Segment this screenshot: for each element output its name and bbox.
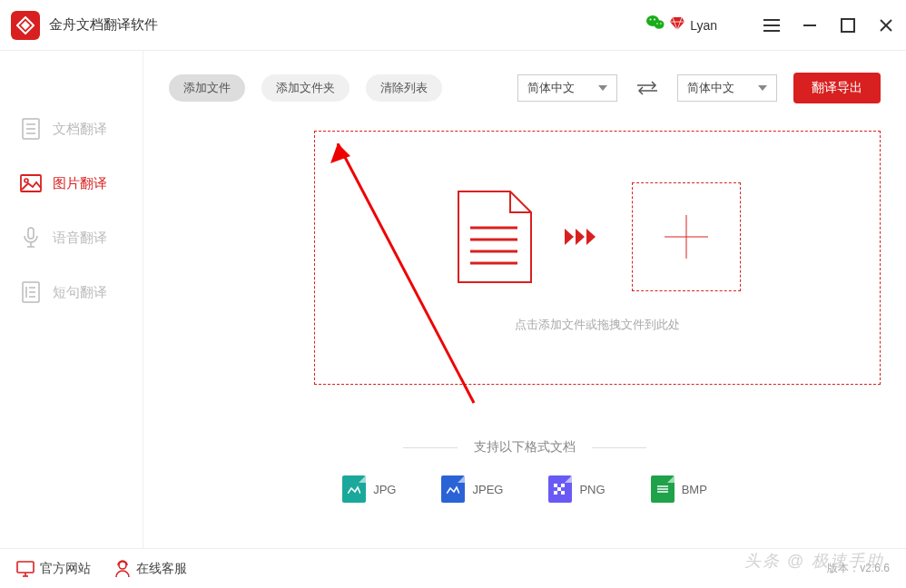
svg-point-5 xyxy=(654,19,655,21)
sidebar-item-label: 短句翻译 xyxy=(53,284,107,301)
document-outline-icon xyxy=(454,187,536,287)
format-item-png: PNG xyxy=(548,475,605,503)
svg-point-55 xyxy=(119,562,126,569)
svg-point-4 xyxy=(650,19,652,21)
file-dropzone[interactable]: 点击添加文件或拖拽文件到此处 xyxy=(314,131,881,385)
online-support-label: 在线客服 xyxy=(136,561,187,577)
svg-point-21 xyxy=(25,179,28,182)
svg-marker-40 xyxy=(576,229,585,245)
wechat-icon xyxy=(646,15,665,35)
chevron-down-icon xyxy=(598,85,607,91)
monitor-icon xyxy=(16,561,34,577)
dropzone-graphics xyxy=(454,182,741,291)
format-item-jpg: JPG xyxy=(342,475,396,503)
svg-point-3 xyxy=(655,20,665,29)
format-label: JPG xyxy=(373,483,396,496)
svg-marker-1 xyxy=(21,21,30,30)
app-title: 金舟文档翻译软件 xyxy=(49,16,158,34)
png-file-icon xyxy=(548,475,572,503)
add-folder-button[interactable]: 添加文件夹 xyxy=(261,74,350,102)
svg-rect-52 xyxy=(17,562,34,573)
close-button[interactable] xyxy=(877,16,895,34)
sidebar: 文档翻译 图片翻译 语音翻译 短句翻译 xyxy=(0,51,143,548)
add-file-button[interactable]: 添加文件 xyxy=(169,74,245,102)
translate-export-button[interactable]: 翻译导出 xyxy=(793,73,881,103)
svg-marker-8 xyxy=(670,17,684,30)
image-icon xyxy=(20,172,42,194)
menu-button[interactable] xyxy=(763,16,781,34)
maximize-button[interactable] xyxy=(839,16,857,34)
svg-point-6 xyxy=(656,23,658,24)
svg-point-7 xyxy=(660,23,662,24)
formats-title: 支持以下格式文档 xyxy=(169,439,881,456)
official-site-link[interactable]: 官方网站 xyxy=(16,561,91,577)
svg-rect-48 xyxy=(561,491,565,495)
source-language-value: 简体中文 xyxy=(527,80,575,96)
app-logo xyxy=(11,11,40,40)
minimize-button[interactable] xyxy=(801,16,819,34)
dropzone-hint: 点击添加文件或拖拽文件到此处 xyxy=(515,317,680,333)
official-site-label: 官方网站 xyxy=(40,561,91,577)
main-content: 添加文件 添加文件夹 清除列表 简体中文 简体中文 翻译导出 xyxy=(143,51,906,548)
source-language-select[interactable]: 简体中文 xyxy=(517,74,617,102)
sidebar-item-label: 文档翻译 xyxy=(53,121,107,138)
jpg-file-icon xyxy=(342,475,366,503)
svg-rect-22 xyxy=(28,228,34,239)
supported-formats: 支持以下格式文档 JPG JPEG PNG BMP xyxy=(169,439,881,503)
format-label: BMP xyxy=(682,483,707,496)
add-file-placeholder[interactable] xyxy=(632,182,741,291)
svg-rect-47 xyxy=(554,491,557,495)
arrows-icon xyxy=(565,225,603,249)
svg-marker-39 xyxy=(565,229,574,245)
plus-icon xyxy=(659,210,714,264)
support-icon xyxy=(114,560,131,578)
footer: 官方网站 在线客服 版本：v2.6.6 xyxy=(0,548,906,588)
svg-rect-13 xyxy=(842,19,854,32)
bmp-file-icon xyxy=(651,475,675,503)
version-label: 版本：v2.6.6 xyxy=(827,561,890,576)
online-support-link[interactable]: 在线客服 xyxy=(114,560,187,578)
sidebar-item-audio[interactable]: 语音翻译 xyxy=(0,211,143,265)
swap-languages-button[interactable] xyxy=(634,81,661,95)
sentence-icon xyxy=(20,281,42,303)
svg-marker-41 xyxy=(586,229,596,245)
sidebar-item-sentence[interactable]: 短句翻译 xyxy=(0,265,143,319)
username: Lyan xyxy=(690,18,717,33)
format-item-jpeg: JPEG xyxy=(441,475,503,503)
format-label: JPEG xyxy=(472,483,503,496)
sidebar-item-label: 语音翻译 xyxy=(53,230,107,247)
audio-icon xyxy=(20,227,42,249)
jpeg-file-icon xyxy=(441,475,465,503)
diamond-icon xyxy=(670,17,684,34)
target-language-value: 简体中文 xyxy=(687,80,734,96)
svg-marker-34 xyxy=(458,191,531,282)
sidebar-item-image[interactable]: 图片翻译 xyxy=(0,156,143,211)
document-icon xyxy=(20,118,42,140)
svg-rect-45 xyxy=(561,484,565,487)
chevron-down-icon xyxy=(758,85,767,91)
toolbar: 添加文件 添加文件夹 清除列表 简体中文 简体中文 翻译导出 xyxy=(169,73,881,103)
user-area[interactable]: Lyan xyxy=(646,15,717,35)
target-language-select[interactable]: 简体中文 xyxy=(677,74,777,102)
svg-rect-44 xyxy=(554,484,557,487)
sidebar-item-label: 图片翻译 xyxy=(53,175,107,192)
format-label: PNG xyxy=(579,483,605,496)
clear-list-button[interactable]: 清除列表 xyxy=(366,74,442,102)
svg-rect-46 xyxy=(557,487,561,491)
sidebar-item-document[interactable]: 文档翻译 xyxy=(0,102,143,156)
titlebar: 金舟文档翻译软件 Lyan xyxy=(0,0,906,51)
format-item-bmp: BMP xyxy=(651,475,707,503)
